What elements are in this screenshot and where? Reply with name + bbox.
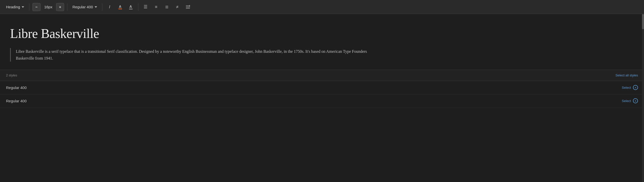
- toolbar-divider-4: [138, 4, 138, 11]
- align-left-button[interactable]: ☰: [141, 3, 150, 11]
- line-spacing-icon: [186, 5, 190, 9]
- plus-circle-icon-0: +: [633, 85, 638, 90]
- line-spacing-button[interactable]: [184, 3, 192, 11]
- style-dropdown[interactable]: Heading: [4, 4, 26, 10]
- align-justify-icon: ≠: [176, 5, 178, 10]
- highlight-button[interactable]: A: [116, 3, 125, 11]
- preview-area: Libre Baskerville Libre Baskerville is a…: [0, 14, 644, 70]
- toolbar-divider-1: [29, 4, 29, 11]
- underline-icon: A: [129, 5, 133, 9]
- font-size-display: 16px: [43, 5, 54, 9]
- align-right-button[interactable]: ≣: [163, 3, 171, 11]
- align-justify-button[interactable]: ≠: [173, 3, 182, 11]
- select-style-label-1: Select: [622, 99, 631, 103]
- scrollbar-thumb[interactable]: [642, 14, 644, 29]
- font-name-heading: Libre Baskerville: [10, 26, 634, 41]
- style-row: Regular 400 Select +: [0, 94, 644, 108]
- scrollbar-track[interactable]: [642, 14, 644, 182]
- style-row-label: Regular 400: [6, 85, 27, 90]
- align-center-button[interactable]: ≡: [152, 3, 160, 11]
- align-left-icon: ☰: [144, 4, 147, 10]
- select-all-button[interactable]: Select all styles: [615, 73, 638, 77]
- styles-header: 2 styles Select all styles: [0, 70, 644, 81]
- weight-dropdown-label: Regular 400: [72, 5, 93, 9]
- decrease-size-button[interactable]: −: [32, 3, 41, 11]
- highlight-icon: A: [118, 5, 122, 9]
- style-dropdown-label: Heading: [6, 5, 20, 9]
- toolbar-divider-3: [102, 4, 102, 11]
- font-description: Libre Baskerville is a serif typeface th…: [16, 48, 368, 62]
- style-row-label-1: Regular 400: [6, 99, 27, 103]
- increase-size-button[interactable]: +: [56, 3, 64, 11]
- styles-count: 2 styles: [6, 73, 17, 77]
- weight-dropdown-chevron-icon: [95, 6, 97, 8]
- underline-button[interactable]: A: [127, 3, 135, 11]
- style-row: Regular 400 Select +: [0, 81, 644, 94]
- toolbar: Heading − 16px + Regular 400 I A A ☰ ≡: [0, 0, 644, 14]
- select-style-button-1[interactable]: Select +: [622, 98, 638, 103]
- align-right-icon: ≣: [165, 4, 169, 10]
- plus-circle-icon-1: +: [633, 98, 638, 103]
- toolbar-divider-2: [67, 4, 67, 11]
- select-style-button-0[interactable]: Select +: [622, 85, 638, 90]
- font-description-block: Libre Baskerville is a serif typeface th…: [10, 48, 634, 62]
- italic-button[interactable]: I: [105, 3, 114, 11]
- style-dropdown-chevron-icon: [22, 6, 24, 8]
- select-style-label-0: Select: [622, 86, 631, 89]
- align-center-icon: ≡: [155, 5, 157, 10]
- weight-dropdown[interactable]: Regular 400: [70, 4, 99, 10]
